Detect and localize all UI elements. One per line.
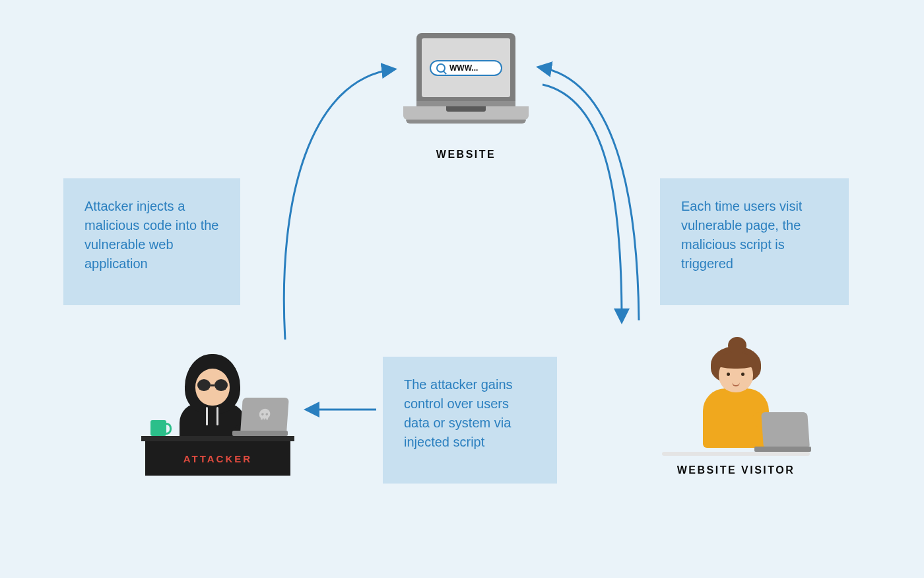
- laptop-bezel: WWW...: [416, 33, 515, 102]
- laptop-hinge: [416, 101, 515, 106]
- mug-icon: [150, 420, 166, 436]
- info-box-inject: Attacker injects a malicious code into t…: [63, 178, 240, 305]
- attacker-node: ATTACKER: [145, 337, 290, 476]
- visitor-node: [670, 337, 802, 456]
- search-icon: [436, 63, 446, 73]
- attacker-laptop-screen: [240, 398, 289, 432]
- arrow-visitor-to-website: [540, 67, 639, 320]
- attacker-desk-top: [141, 436, 294, 441]
- attacker-label: ATTACKER: [183, 453, 252, 464]
- info-box-trigger: Each time users visit vulnerable page, t…: [660, 178, 849, 305]
- skull-icon: [257, 408, 273, 422]
- visitor-laptop: [754, 412, 811, 452]
- visitor-laptop-screen: [761, 412, 810, 447]
- website-node: WWW...: [403, 33, 529, 139]
- visitor-fringe: [716, 353, 756, 369]
- visitor-eye: [727, 373, 730, 376]
- attacker-desk: ATTACKER: [145, 441, 290, 476]
- visitor-desk: [662, 452, 810, 456]
- arrow-attacker-to-website: [284, 69, 393, 340]
- laptop-keys: [446, 106, 486, 112]
- info-box-control: The attacker gains control over users da…: [383, 357, 557, 484]
- attacker-laptop-base: [232, 431, 288, 436]
- attacker-laptop: [232, 398, 288, 436]
- diagram-canvas: WWW... WEBSITE Attacker injects a malici…: [0, 0, 924, 578]
- hood-string: [216, 407, 218, 425]
- sunglasses-icon: [197, 379, 228, 391]
- laptop-screen: WWW...: [422, 38, 510, 97]
- url-text: WWW...: [449, 63, 478, 73]
- arrow-website-to-visitor: [543, 85, 622, 320]
- hood-string: [206, 407, 208, 425]
- visitor-bun: [728, 337, 746, 354]
- visitor-eye: [741, 373, 744, 376]
- visitor-label: WEBSITE VISITOR: [663, 464, 808, 476]
- laptop-feet: [406, 120, 526, 124]
- visitor-laptop-base: [754, 447, 811, 452]
- url-bar: WWW...: [430, 60, 502, 76]
- website-label: WEBSITE: [403, 149, 529, 161]
